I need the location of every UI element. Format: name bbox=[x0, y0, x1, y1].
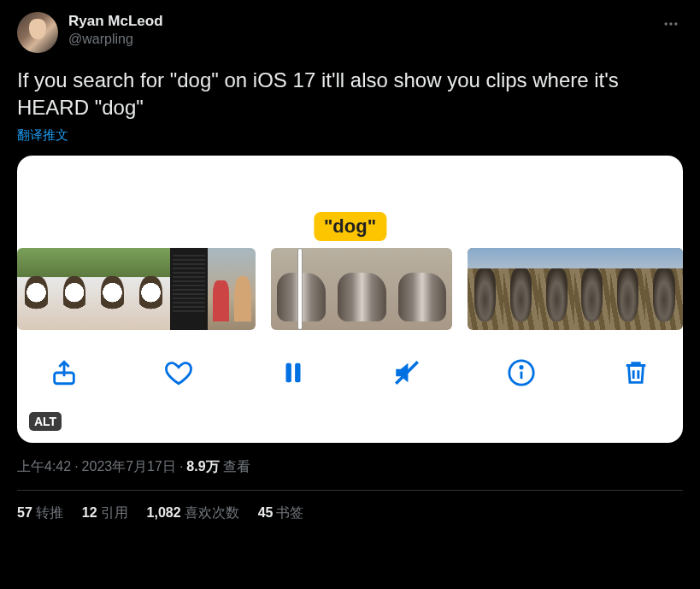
svg-point-0 bbox=[665, 22, 668, 25]
display-name: Ryan McLeod bbox=[68, 12, 659, 31]
svg-point-9 bbox=[521, 366, 522, 368]
heart-icon[interactable] bbox=[164, 358, 193, 387]
media-top: "dog" bbox=[17, 156, 683, 248]
time[interactable]: 上午4:42 bbox=[17, 459, 71, 474]
stat-quotes[interactable]: 12引用 bbox=[82, 504, 128, 522]
media-toolbar bbox=[17, 330, 683, 415]
translate-link[interactable]: 翻译推文 bbox=[17, 127, 683, 144]
more-icon[interactable] bbox=[659, 12, 683, 39]
video-frame bbox=[332, 248, 392, 330]
video-frame bbox=[538, 248, 574, 330]
handle: @warpling bbox=[68, 31, 659, 47]
tweet-text: If you search for "dog" on iOS 17 it'll … bbox=[17, 67, 683, 122]
avatar[interactable] bbox=[17, 12, 58, 53]
video-frame bbox=[468, 248, 503, 330]
video-frame bbox=[645, 248, 683, 330]
video-frame bbox=[610, 248, 646, 330]
video-frame bbox=[208, 248, 256, 330]
video-frame bbox=[17, 248, 56, 330]
video-frame bbox=[93, 248, 132, 330]
svg-rect-4 bbox=[285, 362, 291, 382]
pause-icon[interactable] bbox=[279, 358, 308, 387]
date[interactable]: 2023年7月17日 bbox=[82, 459, 176, 474]
video-frame bbox=[132, 248, 170, 330]
video-frame bbox=[392, 248, 452, 330]
svg-point-1 bbox=[669, 22, 672, 25]
video-frame bbox=[503, 248, 539, 330]
views-count[interactable]: 8.9万 bbox=[186, 459, 219, 474]
video-frame bbox=[56, 248, 94, 330]
info-icon[interactable] bbox=[507, 358, 536, 387]
tweet-meta: 上午4:42·2023年7月17日·8.9万 查看 bbox=[17, 458, 683, 476]
stats-row: 57转推 12引用 1,082喜欢次数 45书签 bbox=[17, 491, 683, 522]
trash-icon[interactable] bbox=[621, 358, 650, 387]
search-term-label: "dog" bbox=[314, 212, 386, 241]
share-icon[interactable] bbox=[50, 358, 79, 387]
alt-badge[interactable]: ALT bbox=[29, 412, 62, 431]
scrubber-handle[interactable] bbox=[297, 248, 303, 330]
video-frame bbox=[574, 248, 610, 330]
stat-likes[interactable]: 1,082喜欢次数 bbox=[147, 504, 239, 522]
media-card[interactable]: "dog" bbox=[17, 156, 683, 443]
tweet-header: Ryan McLeod @warpling bbox=[17, 12, 683, 53]
timeline[interactable] bbox=[17, 248, 683, 330]
stat-bookmarks[interactable]: 45书签 bbox=[258, 504, 304, 522]
video-frame bbox=[170, 248, 209, 330]
clip-group[interactable] bbox=[17, 248, 256, 330]
svg-rect-5 bbox=[295, 362, 300, 382]
author-names[interactable]: Ryan McLeod @warpling bbox=[68, 12, 659, 47]
stat-retweets[interactable]: 57转推 bbox=[17, 504, 63, 522]
clip-group[interactable] bbox=[468, 248, 683, 330]
mute-icon[interactable] bbox=[392, 358, 421, 387]
svg-point-2 bbox=[674, 22, 677, 25]
tweet-container: Ryan McLeod @warpling If you search for … bbox=[0, 0, 700, 522]
views-label: 查看 bbox=[223, 459, 250, 474]
